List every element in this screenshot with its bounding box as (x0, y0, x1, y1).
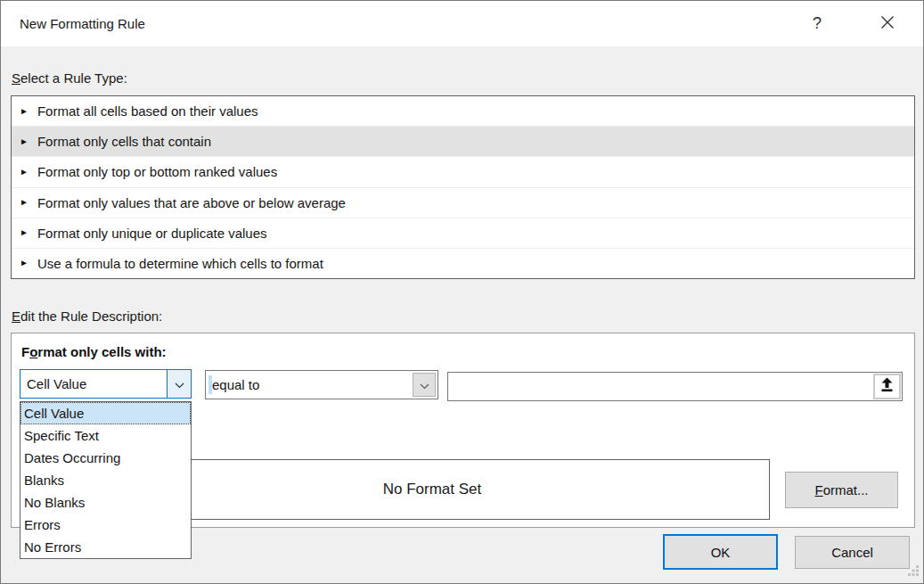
dropdown-item-label: Dates Occurring (24, 450, 120, 465)
dropdown-item[interactable]: Errors (20, 514, 191, 536)
cancel-button[interactable]: Cancel (795, 536, 910, 569)
operator-combobox[interactable]: equal to (205, 370, 438, 399)
rule-type-item-label: Format all cells based on their values (37, 103, 258, 119)
collapse-dialog-button[interactable] (873, 374, 901, 399)
rule-arrow-icon: ► (20, 107, 29, 116)
dropdown-item-label: Cell Value (24, 406, 84, 421)
format-preview-box: No Format Set (94, 459, 770, 520)
close-button[interactable] (870, 1, 905, 46)
dropdown-item-label: Blanks (24, 473, 64, 488)
rule-type-item-label: Format only unique or duplicate values (37, 226, 267, 241)
cell-value-type-value: Cell Value (27, 370, 86, 398)
operator-value: equal to (212, 371, 259, 399)
format-button[interactable]: Format... (785, 472, 898, 508)
dropdown-item[interactable]: No Errors (20, 536, 191, 558)
rule-type-item[interactable]: ► Use a formula to determine which cells… (12, 249, 914, 278)
rule-type-item[interactable]: ► Format only top or bottom ranked value… (12, 157, 914, 187)
dropdown-item[interactable]: No Blanks (20, 491, 191, 514)
ok-button-label: OK (711, 545, 731, 560)
close-icon (880, 15, 895, 33)
rule-arrow-icon: ► (20, 168, 29, 177)
collapse-dialog-icon (880, 377, 894, 396)
rule-type-listbox: ► Format all cells based on their values… (11, 95, 915, 279)
rule-description-groupbox: Format only cells with: Cell Value equal… (11, 333, 915, 528)
dropdown-item[interactable]: Specific Text (20, 424, 191, 447)
cell-value-type-combobox[interactable]: Cell Value (20, 369, 192, 399)
edit-rule-description-label: Edit the Rule Description: (12, 308, 162, 324)
select-rule-type-label: Select a Rule Type: (12, 70, 127, 86)
dropdown-item[interactable]: Blanks (20, 469, 191, 491)
rule-type-item[interactable]: ► Format only values that are above or b… (12, 188, 914, 218)
rule-type-item-label: Use a formula to determine which cells t… (37, 256, 323, 271)
new-formatting-rule-dialog: New Formatting Rule ? Select a Rule Type… (0, 0, 924, 584)
rule-arrow-icon: ► (20, 137, 29, 146)
resize-grip-icon[interactable] (908, 564, 920, 580)
dropdown-item-label: No Errors (24, 539, 81, 555)
dropdown-item[interactable]: Dates Occurring (20, 447, 191, 469)
rule-arrow-icon: ► (20, 259, 29, 267)
value-input[interactable] (447, 372, 903, 401)
format-preview-text: No Format Set (383, 481, 482, 498)
cell-value-type-dropdown-list: Cell Value Specific Text Dates Occurring… (20, 401, 192, 559)
cancel-button-label: Cancel (831, 545, 873, 560)
rule-type-item-selected[interactable]: ► Format only cells that contain (12, 127, 914, 157)
rule-type-item-label: Format only cells that contain (37, 134, 211, 149)
format-button-label: Format... (814, 482, 868, 498)
rule-type-item[interactable]: ► Format all cells based on their values (12, 96, 914, 127)
title-bar: New Formatting Rule ? (1, 1, 923, 46)
dropdown-item-label: No Blanks (24, 495, 85, 510)
operator-dropdown-button[interactable] (413, 373, 436, 397)
cell-value-type-dropdown-button[interactable] (167, 370, 191, 398)
rule-type-item[interactable]: ► Format only unique or duplicate values (12, 218, 914, 249)
ok-button[interactable]: OK (663, 534, 778, 570)
rule-type-item-label: Format only top or bottom ranked values (37, 164, 277, 179)
rule-arrow-icon: ► (20, 228, 29, 237)
dropdown-item-label: Specific Text (24, 428, 99, 443)
chevron-down-icon (175, 376, 184, 391)
rule-type-item-label: Format only values that are above or bel… (37, 195, 346, 210)
dialog-title: New Formatting Rule (20, 1, 145, 46)
format-only-cells-with-label: Format only cells with: (21, 344, 167, 359)
dropdown-item-label: Errors (24, 517, 61, 532)
help-icon: ? (813, 14, 822, 33)
chevron-down-icon (420, 377, 429, 392)
help-button[interactable]: ? (802, 1, 832, 46)
rule-arrow-icon: ► (20, 198, 29, 207)
dropdown-item-selected[interactable]: Cell Value (20, 402, 191, 424)
